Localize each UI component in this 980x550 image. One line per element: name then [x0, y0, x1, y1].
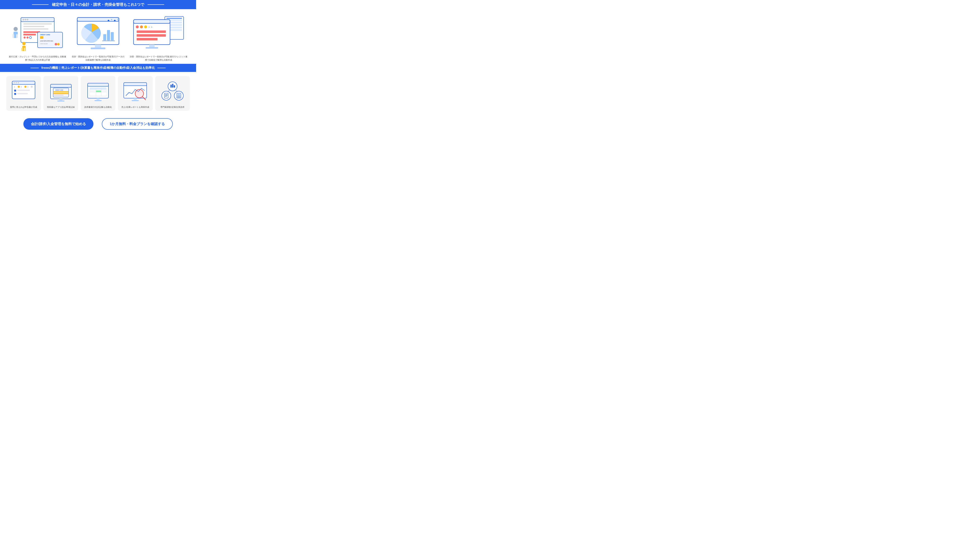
- illustration-2: [71, 16, 125, 53]
- svg-rect-27: [24, 48, 25, 51]
- svg-text:›: ›: [14, 86, 15, 88]
- svg-text:✓: ✓: [14, 94, 16, 95]
- svg-rect-106: [172, 84, 173, 87]
- svg-rect-89: [94, 100, 102, 101]
- feature-icon-5: [158, 79, 188, 104]
- svg-text:›: ›: [151, 25, 152, 29]
- svg-point-52: [136, 25, 139, 29]
- svg-rect-105: [170, 85, 172, 87]
- svg-point-62: [14, 82, 15, 83]
- svg-point-68: [24, 86, 27, 88]
- svg-point-11: [27, 36, 29, 38]
- svg-rect-78: [51, 84, 72, 87]
- feature-card-1: › › › ✓ ✓ 質問に答えれば申告書が完成: [6, 76, 41, 111]
- cta-primary-button[interactable]: 会計/請求/入金管理を無料で始める: [23, 118, 94, 130]
- svg-text:CREDIT CARD: CREDIT CARD: [40, 34, 50, 35]
- svg-rect-15: [40, 36, 43, 39]
- svg-point-38: [111, 19, 112, 20]
- svg-rect-107: [174, 85, 175, 87]
- svg-rect-88: [97, 98, 100, 100]
- illustration-1: CREDIT CARD 1234 5678 8765 4321 CARD HOL…: [8, 16, 67, 53]
- svg-rect-98: [124, 82, 147, 86]
- top-card-1-caption: 銀行口座・クレジット・POSレジからの入出金情報も 自動連携で転記入力の作業は不…: [8, 55, 67, 62]
- svg-rect-112: [165, 96, 167, 97]
- svg-rect-5: [23, 23, 52, 25]
- svg-rect-59: [137, 38, 158, 40]
- svg-rect-91: [90, 87, 107, 90]
- svg-point-40: [117, 19, 119, 20]
- feature-card-1-caption: 質問に答えれば申告書が完成: [10, 106, 37, 109]
- svg-rect-61: [12, 81, 35, 84]
- svg-rect-22: [13, 34, 14, 38]
- svg-rect-94: [96, 90, 101, 92]
- svg-text:›: ›: [21, 86, 22, 88]
- illustration-3: › ›: [129, 16, 188, 53]
- feature-banner: freeeの機能｜売上レポート/決算書も簡単作成/帳簿の自動作成/入金消込も効率…: [0, 64, 196, 72]
- svg-point-2: [22, 19, 24, 21]
- svg-point-12: [29, 36, 32, 38]
- svg-rect-50: [149, 44, 154, 48]
- feature-icon-4: [120, 79, 150, 104]
- svg-rect-33: [103, 34, 106, 40]
- svg-rect-35: [111, 32, 114, 40]
- top-card-2-caption: 売掛・買掛金はレポートで一覧表示が可能 取引データの自動連携で帳簿も自動作成: [71, 55, 125, 62]
- svg-rect-87: [88, 83, 108, 86]
- svg-point-117: [178, 95, 179, 96]
- svg-point-3: [25, 19, 26, 21]
- bottom-feature-section: › › › ✓ ✓ 質問に答えれば申告書が完成: [0, 72, 196, 115]
- top-card-2: 売掛・買掛金はレポートで一覧表示が可能 取引データの自動連携で帳簿も自動作成: [71, 16, 125, 62]
- svg-text:CARD HOLDER: CARD HOLDER: [40, 43, 48, 44]
- svg-text:✓: ✓: [14, 90, 16, 92]
- svg-rect-99: [134, 98, 137, 100]
- svg-rect-111: [165, 95, 167, 96]
- feature-line-right: [158, 68, 165, 68]
- feature-icon-3: [83, 79, 113, 104]
- feature-card-3-caption: 請求書発行/仕訳記帳も自動化: [84, 106, 112, 109]
- svg-point-63: [16, 82, 17, 83]
- svg-point-70: [31, 86, 33, 88]
- svg-rect-31: [91, 48, 105, 49]
- svg-rect-51: [146, 47, 158, 49]
- svg-rect-100: [132, 100, 139, 101]
- svg-point-121: [180, 97, 180, 98]
- svg-rect-30: [95, 44, 101, 48]
- svg-rect-85: [53, 95, 64, 96]
- feature-card-5-caption: 専門家調査/定期/合算請求: [161, 106, 185, 109]
- cta-secondary-button[interactable]: 1か月無料・料金プランを確認する: [102, 118, 173, 130]
- top-card-3-caption: 決算・買対合はレポートで一括表示が可能 銀行/クレジット連携で自動化で帳簿も自動…: [129, 55, 188, 62]
- svg-point-37: [108, 20, 109, 21]
- svg-point-66: [18, 86, 20, 88]
- svg-point-120: [178, 97, 179, 98]
- top-card-1: CREDIT CARD 1234 5678 8765 4321 CARD HOL…: [8, 16, 67, 62]
- svg-point-20: [14, 27, 18, 31]
- feature-line-left: [30, 68, 39, 68]
- banner-line-right: [148, 5, 164, 5]
- svg-rect-47: [167, 18, 182, 19]
- svg-rect-26: [21, 48, 23, 51]
- svg-rect-58: [137, 34, 166, 37]
- cta-section: 会計/請求/入金管理を無料で始める 1か月無料・料金プランを確認する: [0, 115, 196, 134]
- svg-point-54: [144, 25, 147, 29]
- svg-point-119: [177, 97, 178, 98]
- feature-card-2-caption: 領収書もアプリ読込/即座記録: [47, 106, 75, 109]
- svg-text:1234 5678 8765 4321: 1234 5678 8765 4321: [40, 40, 53, 42]
- svg-point-39: [114, 20, 116, 21]
- svg-rect-6: [23, 26, 44, 27]
- svg-rect-57: [137, 30, 166, 33]
- feature-card-4: 売上/在庫レポートも簡単作成: [118, 76, 153, 111]
- svg-rect-110: [165, 94, 167, 95]
- svg-text:CREDIT CARD: CREDIT CARD: [55, 89, 63, 91]
- feature-icon-2: CREDIT CARD: [46, 79, 76, 104]
- svg-rect-76: [18, 93, 28, 94]
- svg-rect-80: [57, 100, 64, 101]
- top-card-3: › › 決算・買対合はレポートで一括表示が可能 銀行/クレジット連携で自動化で帳…: [129, 16, 188, 62]
- svg-rect-34: [107, 30, 110, 40]
- svg-rect-115: [177, 94, 180, 95]
- svg-rect-29: [77, 17, 119, 21]
- svg-rect-7: [23, 29, 48, 30]
- svg-rect-9: [23, 34, 36, 35]
- feature-banner-text: freeeの機能｜売上レポート/決算書も簡単作成/帳簿の自動作成/入金消込も効率…: [41, 66, 154, 70]
- svg-point-24: [22, 42, 25, 45]
- svg-point-53: [140, 25, 143, 29]
- svg-point-64: [18, 82, 19, 83]
